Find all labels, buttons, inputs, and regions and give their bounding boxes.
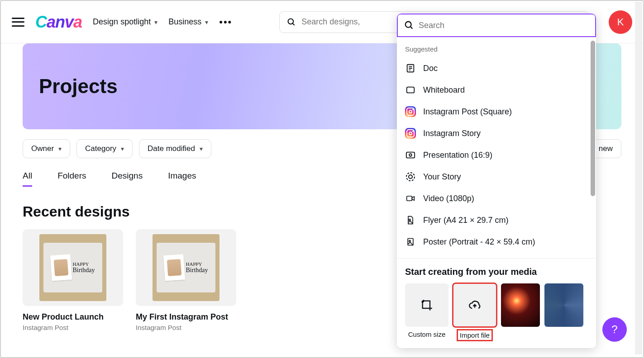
fireworks-image — [501, 283, 540, 327]
design-card[interactable]: HAPPYBirthday My First Instagram Post In… — [136, 229, 236, 331]
thumb-text: Birthday — [186, 267, 208, 274]
custom-size-icon — [405, 283, 448, 327]
more-menu-icon[interactable]: ••• — [219, 16, 232, 28]
whiteboard-icon — [405, 85, 416, 95]
svg-rect-8 — [407, 87, 415, 93]
filter-label: Category — [85, 144, 116, 153]
filter-label: Date modified — [148, 144, 195, 153]
suggestion-instagram-story[interactable]: Instagram Story — [397, 122, 596, 144]
suggestion-label: Instagram Story — [423, 129, 481, 138]
help-button[interactable]: ? — [602, 317, 627, 342]
chevron-down-icon: ▾ — [154, 19, 157, 26]
thumb-text: HAPPY — [73, 261, 95, 267]
design-subtitle: Instagram Post — [23, 324, 123, 331]
suggestion-instagram-post[interactable]: Instagram Post (Square) — [397, 101, 596, 122]
media-heading: Start creating from your media — [405, 267, 588, 277]
chevron-down-icon: ▾ — [121, 145, 124, 152]
media-thumbnail[interactable] — [544, 283, 583, 340]
video-icon — [405, 193, 416, 204]
suggestion-label: Poster (Portrait - 42 × 59.4 cm) — [423, 237, 535, 247]
search-icon — [404, 20, 414, 30]
svg-point-10 — [409, 154, 412, 156]
canva-logo[interactable]: Canva — [35, 13, 82, 32]
custom-size-tile[interactable]: Custom size — [405, 283, 448, 340]
media-thumbnail[interactable] — [501, 283, 540, 340]
suggestion-poster[interactable]: Poster (Portrait - 42 × 59.4 cm) — [397, 231, 596, 253]
panel-scrollbar[interactable] — [591, 41, 595, 196]
svg-point-11 — [406, 173, 415, 181]
create-design-panel: Suggested Doc Whiteboard Instagram Post … — [397, 14, 596, 348]
chevron-down-icon: ▾ — [205, 19, 208, 26]
import-file-tile[interactable]: Import file — [453, 283, 496, 340]
trees-image — [544, 283, 583, 327]
suggestion-label: Presentation (16:9) — [423, 151, 492, 160]
suggestion-whiteboard[interactable]: Whiteboard — [397, 79, 596, 101]
media-section: Start creating from your media Custom si… — [397, 258, 596, 348]
instagram-icon — [405, 106, 416, 117]
filter-category[interactable]: Category▾ — [76, 139, 133, 158]
thumb-text: Birthday — [73, 267, 95, 274]
design-title: My First Instagram Post — [136, 312, 236, 322]
tab-images[interactable]: Images — [168, 171, 196, 187]
instagram-icon — [405, 128, 416, 139]
svg-rect-17 — [423, 301, 430, 308]
avatar-initial: K — [617, 16, 624, 28]
chevron-down-icon: ▾ — [58, 145, 62, 152]
suggestion-label: Whiteboard — [423, 85, 465, 95]
svg-rect-13 — [407, 196, 412, 201]
suggestion-label: Your Story — [423, 172, 461, 182]
hamburger-menu-icon[interactable] — [12, 18, 24, 27]
search-placeholder: Search designs, — [301, 17, 360, 27]
design-card[interactable]: HAPPYBirthday New Product Launch Instagr… — [23, 229, 123, 331]
svg-point-0 — [288, 19, 294, 24]
user-avatar[interactable]: K — [609, 10, 632, 34]
nav-label: Design spotlight — [93, 17, 151, 27]
design-subtitle: Instagram Post — [136, 324, 236, 331]
panel-search-field[interactable] — [397, 14, 596, 37]
filter-date-modified[interactable]: Date modified▾ — [139, 139, 211, 158]
svg-point-14 — [409, 219, 410, 221]
suggestion-video[interactable]: Video (1080p) — [397, 188, 596, 209]
nav-business[interactable]: Business ▾ — [168, 17, 208, 27]
svg-line-3 — [410, 27, 413, 29]
design-thumbnail: HAPPYBirthday — [23, 229, 123, 306]
svg-point-12 — [409, 175, 412, 179]
svg-rect-9 — [406, 152, 415, 158]
svg-point-2 — [405, 22, 411, 28]
filter-label: Owner — [31, 144, 54, 153]
page-title: Projects — [39, 75, 118, 98]
suggestion-flyer[interactable]: Flyer (A4 21 × 29.7 cm) — [397, 209, 596, 231]
nav-design-spotlight[interactable]: Design spotlight ▾ — [93, 17, 157, 27]
filter-owner[interactable]: Owner▾ — [23, 139, 70, 158]
panel-search-input[interactable] — [419, 21, 589, 30]
window-scrollbar[interactable] — [635, 2, 642, 354]
suggestion-your-story[interactable]: Your Story — [397, 166, 596, 188]
suggestion-label: Instagram Post (Square) — [423, 107, 512, 117]
suggested-label: Suggested — [397, 39, 596, 57]
tab-designs[interactable]: Designs — [111, 171, 143, 187]
thumb-text: HAPPY — [186, 261, 208, 267]
suggestion-doc[interactable]: Doc — [397, 57, 596, 79]
presentation-icon — [405, 150, 416, 160]
panel-suggestions: Suggested Doc Whiteboard Instagram Post … — [397, 39, 596, 258]
cloud-upload-icon — [453, 283, 496, 327]
question-icon: ? — [611, 323, 617, 336]
tile-label: Custom size — [405, 330, 448, 338]
tab-all[interactable]: All — [23, 171, 32, 187]
chevron-down-icon: ▾ — [200, 145, 203, 152]
doc-icon — [405, 63, 416, 74]
tab-folders[interactable]: Folders — [57, 171, 86, 187]
design-thumbnail: HAPPYBirthday — [136, 229, 236, 306]
suggestion-presentation[interactable]: Presentation (16:9) — [397, 144, 596, 166]
nav-label: Business — [168, 17, 201, 27]
suggestion-label: Flyer (A4 21 × 29.7 cm) — [423, 216, 509, 225]
svg-point-16 — [409, 240, 410, 242]
svg-line-1 — [293, 23, 295, 25]
story-icon — [405, 171, 416, 182]
suggestion-label: Video (1080p) — [423, 194, 474, 203]
tile-label: Import file — [458, 330, 491, 340]
design-title: New Product Launch — [23, 312, 123, 322]
flyer-icon — [405, 215, 416, 226]
poster-icon — [405, 236, 416, 247]
search-icon — [287, 18, 296, 27]
